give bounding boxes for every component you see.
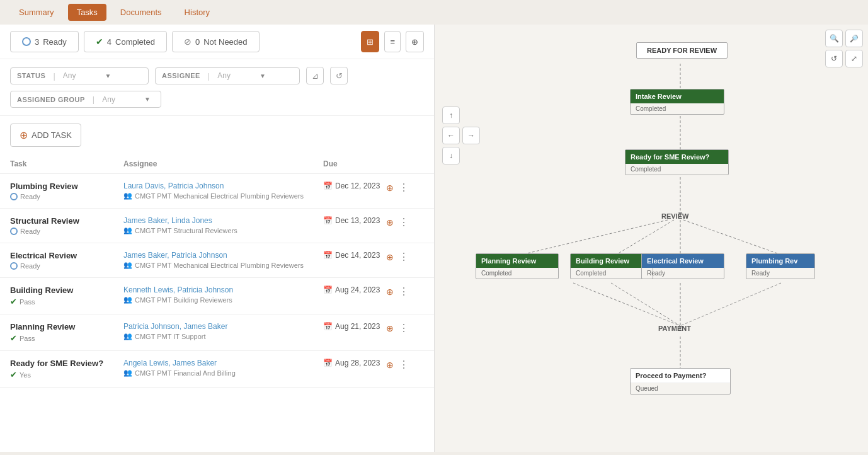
task-name-cell: Building Review ✔ Pass — [10, 285, 123, 306]
task-col-header: Task — [10, 159, 123, 168]
task-name: Planning Review — [10, 322, 123, 331]
tab-tasks[interactable]: Tasks — [68, 4, 106, 21]
group-icon: 👥 — [123, 296, 132, 304]
completed-check-icon: ✔ — [96, 37, 103, 47]
task-assignee-cell: James Baker, Patricia Johnson 👥 CMGT PMT… — [123, 251, 323, 269]
arrow-up-btn[interactable]: ↑ — [442, 107, 460, 124]
calendar-icon: 📅 — [323, 359, 333, 367]
assignee-filter-label: ASSIGNEE — [162, 72, 200, 79]
zoom-out-btn[interactable]: 🔎 — [845, 30, 863, 47]
network-icon[interactable]: ⊕ — [386, 287, 394, 297]
group-icon: 👥 — [123, 192, 132, 200]
more-options-icon[interactable]: ⋮ — [399, 181, 409, 193]
calendar-icon: 📅 — [323, 285, 333, 294]
task-name: Plumbing Review — [10, 181, 123, 191]
not-needed-count: 0 — [195, 37, 200, 47]
task-assignee-cell: Laura Davis, Patricia Johnson 👥 CMGT PMT… — [123, 181, 323, 200]
add-task-label: ADD TASK — [31, 130, 72, 140]
svg-line-17 — [680, 283, 781, 326]
task-status-label: Pass — [20, 335, 35, 342]
tab-documents[interactable]: Documents — [111, 4, 171, 21]
task-assignee-name: Patricia Johnson, James Baker — [123, 322, 323, 331]
list-view-btn[interactable]: ≡ — [384, 31, 401, 52]
network-icon[interactable]: ⊕ — [386, 360, 394, 370]
not-needed-status-btn[interactable]: ⊘ 0 Not Needed — [172, 31, 260, 52]
task-due-cell: 📅 Dec 12, 2023 — [323, 181, 386, 190]
add-task-button[interactable]: ⊕ ADD TASK — [10, 124, 81, 147]
status-check-icon: ✔ — [10, 370, 17, 379]
task-name-cell: Structural Review Ready — [10, 216, 123, 235]
task-status-label: Ready — [20, 262, 40, 270]
task-assignee-group: 👥 CMGT PMT Financial And Billing — [123, 369, 323, 377]
more-options-icon[interactable]: ⋮ — [399, 322, 409, 334]
status-filter-label: STATUS — [17, 72, 45, 79]
task-group-label: CMGT PMT Structural Reviewers — [135, 227, 237, 234]
task-status-label: Yes — [20, 371, 31, 379]
assignee-filter-arrow: ▼ — [260, 72, 266, 79]
more-options-icon[interactable]: ⋮ — [399, 285, 409, 297]
tab-history[interactable]: History — [176, 4, 219, 21]
svg-line-14 — [573, 283, 680, 326]
tab-summary[interactable]: Summary — [10, 4, 63, 21]
completed-count: 4 — [107, 37, 111, 47]
network-icon[interactable]: ⊕ — [386, 252, 394, 262]
task-assignee-cell: Angela Lewis, James Baker 👥 CMGT PMT Fin… — [123, 359, 323, 377]
status-check-icon: ✔ — [10, 297, 17, 306]
filter-refresh-btn[interactable]: ↺ — [330, 67, 348, 84]
diagram-refresh-btn[interactable]: ↺ — [825, 50, 843, 67]
node-ready-for-sme-review: Ready for SME Review? Completed — [625, 149, 729, 175]
task-due-date: Aug 24, 2023 — [335, 285, 380, 294]
task-status-label: Ready — [20, 193, 40, 200]
task-assignee-name: Laura Davis, Patricia Johnson — [123, 181, 323, 190]
grid-view-btn[interactable]: ⊞ — [361, 31, 379, 52]
arrow-down-btn[interactable]: ↓ — [442, 147, 460, 164]
assigned-group-filter[interactable]: ASSIGNED GROUP | Any ▼ — [10, 91, 161, 108]
node-review-label: REVIEW — [661, 212, 688, 220]
node-planning-review: Planning Review Completed — [476, 253, 559, 279]
task-name-cell: Electrical Review Ready — [10, 251, 123, 270]
top-nav: Summary Tasks Documents History — [0, 0, 868, 25]
task-name: Ready for SME Review? — [10, 359, 123, 368]
not-needed-label: Not Needed — [203, 37, 247, 47]
assignee-filter-value: Any — [217, 71, 231, 80]
arrow-right-btn[interactable]: → — [462, 127, 480, 144]
more-options-icon[interactable]: ⋮ — [399, 251, 409, 263]
status-filter[interactable]: STATUS | Any ▼ — [10, 67, 149, 84]
node-payment-label: PAYMENT — [658, 325, 691, 332]
ready-count: 3 — [35, 37, 39, 47]
network-icon[interactable]: ⊕ — [386, 183, 394, 193]
ready-status-btn[interactable]: 3 Ready — [10, 31, 79, 52]
task-group-label: CMGT PMT Mechanical Electrical Plumbing … — [135, 262, 304, 269]
task-assignee-group: 👥 CMGT PMT Mechanical Electrical Plumbin… — [123, 261, 323, 269]
filter-funnel-btn[interactable]: ⊿ — [306, 67, 324, 84]
status-check-icon: ✔ — [10, 333, 17, 343]
svg-line-8 — [614, 220, 674, 256]
task-status-label: Ready — [20, 228, 40, 235]
zoom-in-btn[interactable]: 🔍 — [825, 30, 843, 47]
status-dot-icon — [10, 193, 18, 200]
table-row: Plumbing Review Ready Laura Davis, Patri… — [0, 174, 434, 209]
group-icon: 👥 — [123, 226, 132, 234]
more-options-icon[interactable]: ⋮ — [399, 216, 409, 228]
task-status: ✔ Yes — [10, 370, 123, 379]
task-status: Ready — [10, 193, 123, 200]
arrow-left-btn[interactable]: ← — [442, 127, 460, 144]
table-row: Building Review ✔ Pass Kenneth Lewis, Pa… — [0, 278, 434, 314]
group-icon: 👥 — [123, 369, 132, 377]
task-action-cell: ⊕ ⋮ — [386, 285, 411, 297]
completed-label: Completed — [115, 37, 155, 47]
group-icon: 👥 — [123, 261, 132, 269]
more-options-icon[interactable]: ⋮ — [399, 359, 409, 371]
network-icon[interactable]: ⊕ — [386, 323, 394, 333]
assignee-filter[interactable]: ASSIGNEE | Any ▼ — [155, 67, 300, 84]
left-panel: 3 Ready ✔ 4 Completed ⊘ 0 Not Needed ⊞ ≡… — [0, 25, 435, 452]
task-due-date: Dec 13, 2023 — [335, 216, 380, 225]
due-col-header: Due — [323, 159, 386, 168]
completed-status-btn[interactable]: ✔ 4 Completed — [84, 31, 167, 52]
diagram-expand-btn[interactable]: ⤢ — [845, 50, 863, 67]
task-list: Plumbing Review Ready Laura Davis, Patri… — [0, 174, 434, 388]
share-view-btn[interactable]: ⊕ — [406, 31, 424, 52]
task-group-label: CMGT PMT IT Support — [135, 333, 205, 340]
assigned-group-value: Any — [102, 95, 115, 104]
network-icon[interactable]: ⊕ — [386, 217, 394, 228]
